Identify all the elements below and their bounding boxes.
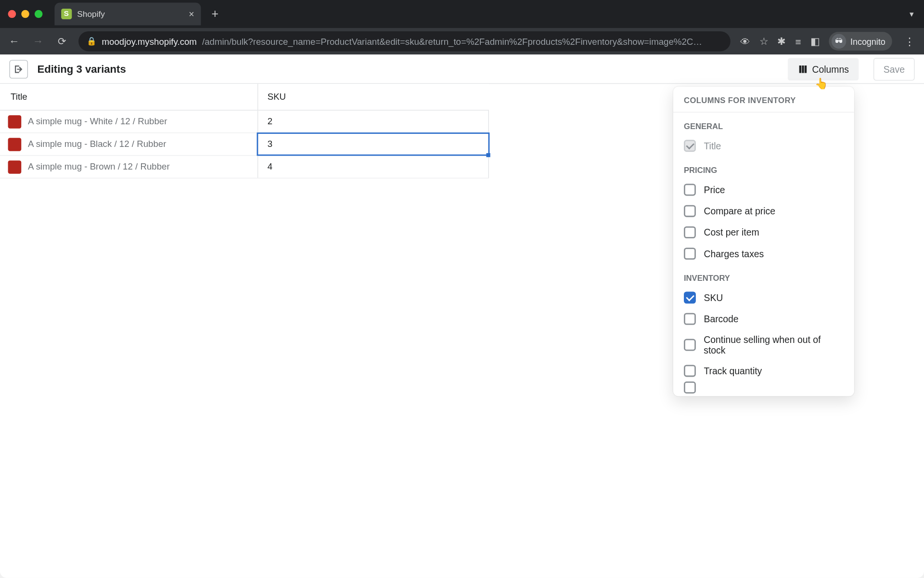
table-row: A simple mug - White / 12 / Rubber 2 bbox=[0, 110, 489, 133]
app-header: Editing 3 variants Columns Save bbox=[0, 54, 924, 84]
url-host: moodjoy.myshopify.com bbox=[102, 36, 196, 46]
columns-panel-heading: COLUMNS FOR INVENTORY bbox=[673, 87, 854, 113]
cell-sku[interactable]: 2 bbox=[257, 110, 489, 132]
table-row: A simple mug - Brown / 12 / Rubber 4 bbox=[0, 156, 489, 178]
option-label: SKU bbox=[704, 292, 723, 303]
variant-grid: Title SKU A simple mug - White / 12 / Ru… bbox=[0, 84, 489, 178]
column-header-sku[interactable]: SKU bbox=[257, 84, 489, 110]
column-option-title: Title bbox=[673, 135, 854, 157]
panel-overflow-hint bbox=[673, 381, 854, 394]
column-option-partial[interactable] bbox=[673, 381, 854, 394]
tab-strip: Shopify × + ▾ bbox=[0, 0, 924, 28]
incognito-badge[interactable]: 🕶 Incognito bbox=[829, 32, 892, 51]
tabs-chevron-down-icon[interactable]: ▾ bbox=[910, 9, 924, 18]
minimize-window-icon[interactable] bbox=[21, 10, 29, 18]
variant-title: A simple mug - White / 12 / Rubber bbox=[28, 117, 167, 127]
sku-value: 2 bbox=[268, 117, 272, 127]
star-icon[interactable]: ☆ bbox=[759, 35, 768, 47]
columns-button[interactable]: Columns bbox=[787, 58, 859, 80]
option-label: Barcode bbox=[704, 314, 738, 324]
option-label: Cost per item bbox=[704, 227, 759, 237]
side-panel-icon[interactable]: ◧ bbox=[810, 35, 820, 47]
address-bar[interactable]: 🔒 moodjoy.myshopify.com/admin/bulk?resou… bbox=[78, 31, 731, 51]
forward-button[interactable]: → bbox=[31, 35, 45, 47]
browser-tab[interactable]: Shopify × bbox=[54, 3, 201, 26]
save-button[interactable]: Save bbox=[873, 58, 915, 80]
save-button-label: Save bbox=[884, 64, 905, 74]
variant-title: A simple mug - Brown / 12 / Rubber bbox=[28, 162, 170, 172]
column-option-continue-selling[interactable]: Continue selling when out of stock bbox=[673, 329, 854, 360]
cell-title[interactable]: A simple mug - Brown / 12 / Rubber bbox=[0, 156, 257, 178]
browser-toolbar: ← → ⟳ 🔒 moodjoy.myshopify.com/admin/bulk… bbox=[0, 28, 924, 54]
columns-icon bbox=[797, 64, 808, 74]
app-content: Editing 3 variants Columns Save Title SK… bbox=[0, 54, 924, 578]
back-button[interactable]: ← bbox=[7, 35, 21, 47]
variant-title: A simple mug - Black / 12 / Rubber bbox=[28, 139, 166, 149]
new-tab-button[interactable]: + bbox=[206, 7, 224, 21]
option-label: Charges taxes bbox=[704, 249, 764, 259]
tab-title: Shopify bbox=[77, 9, 183, 18]
section-label-inventory: INVENTORY bbox=[673, 264, 854, 287]
cell-title[interactable]: A simple mug - White / 12 / Rubber bbox=[0, 110, 257, 132]
column-option-sku[interactable]: SKU bbox=[673, 287, 854, 308]
grid-header: Title SKU bbox=[0, 84, 489, 110]
reading-list-icon[interactable]: ≡ bbox=[795, 36, 801, 47]
cell-sku-selected[interactable]: 3 bbox=[257, 133, 489, 155]
browser-menu-icon[interactable]: ⋮ bbox=[901, 35, 917, 48]
browser-chrome: Shopify × + ▾ ← → ⟳ 🔒 moodjoy.myshopify.… bbox=[0, 0, 924, 54]
close-window-icon[interactable] bbox=[8, 10, 16, 18]
window-controls[interactable] bbox=[8, 10, 43, 18]
incognito-label: Incognito bbox=[850, 36, 886, 46]
checkbox-icon bbox=[684, 140, 696, 152]
option-label: Continue selling when out of stock bbox=[704, 334, 843, 355]
checkbox-icon[interactable] bbox=[684, 205, 696, 217]
eye-off-icon[interactable]: 👁 bbox=[740, 36, 750, 47]
column-option-compare-at-price[interactable]: Compare at price bbox=[673, 200, 854, 222]
option-label: Title bbox=[704, 141, 721, 151]
option-label: Track quantity bbox=[704, 366, 762, 376]
exit-bulk-editor-button[interactable] bbox=[9, 60, 28, 79]
product-thumbnail-icon bbox=[8, 137, 22, 151]
exit-icon bbox=[13, 64, 24, 74]
checkbox-icon[interactable] bbox=[684, 248, 696, 260]
table-row: A simple mug - Black / 12 / Rubber 3 bbox=[0, 133, 489, 156]
url-path: /admin/bulk?resource_name=ProductVariant… bbox=[202, 36, 702, 46]
columns-button-label: Columns bbox=[812, 64, 849, 74]
columns-dropdown-panel: COLUMNS FOR INVENTORY GENERAL Title PRIC… bbox=[673, 87, 854, 396]
page-title: Editing 3 variants bbox=[37, 63, 778, 75]
incognito-icon: 🕶 bbox=[832, 34, 846, 48]
maximize-window-icon[interactable] bbox=[35, 10, 43, 18]
cell-title[interactable]: A simple mug - Black / 12 / Rubber bbox=[0, 133, 257, 155]
reload-button[interactable]: ⟳ bbox=[54, 35, 69, 47]
shopify-favicon-icon bbox=[61, 9, 72, 19]
option-label: Compare at price bbox=[704, 206, 775, 216]
sku-value: 4 bbox=[268, 162, 272, 172]
column-option-track-quantity[interactable]: Track quantity bbox=[673, 360, 854, 381]
column-option-price[interactable]: Price bbox=[673, 179, 854, 200]
column-option-barcode[interactable]: Barcode bbox=[673, 308, 854, 329]
checkbox-icon[interactable] bbox=[684, 291, 696, 303]
column-option-charges-taxes[interactable]: Charges taxes bbox=[673, 243, 854, 264]
product-thumbnail-icon bbox=[8, 160, 22, 173]
checkbox-icon[interactable] bbox=[684, 339, 696, 351]
cell-sku[interactable]: 4 bbox=[257, 156, 489, 178]
lock-icon: 🔒 bbox=[87, 37, 97, 46]
checkbox-icon[interactable] bbox=[684, 365, 696, 377]
checkbox-icon[interactable] bbox=[684, 313, 696, 325]
checkbox-icon[interactable] bbox=[684, 226, 696, 238]
checkbox-icon[interactable] bbox=[684, 184, 696, 196]
column-header-title[interactable]: Title bbox=[0, 84, 257, 110]
sku-value: 3 bbox=[268, 139, 272, 149]
section-label-general: GENERAL bbox=[673, 113, 854, 135]
section-label-pricing: PRICING bbox=[673, 157, 854, 179]
checkbox-icon[interactable] bbox=[684, 381, 696, 394]
column-option-cost-per-item[interactable]: Cost per item bbox=[673, 222, 854, 243]
close-tab-icon[interactable]: × bbox=[189, 9, 194, 19]
option-label: Price bbox=[704, 184, 725, 195]
extensions-icon[interactable]: ✱ bbox=[777, 35, 786, 47]
product-thumbnail-icon bbox=[8, 115, 22, 128]
